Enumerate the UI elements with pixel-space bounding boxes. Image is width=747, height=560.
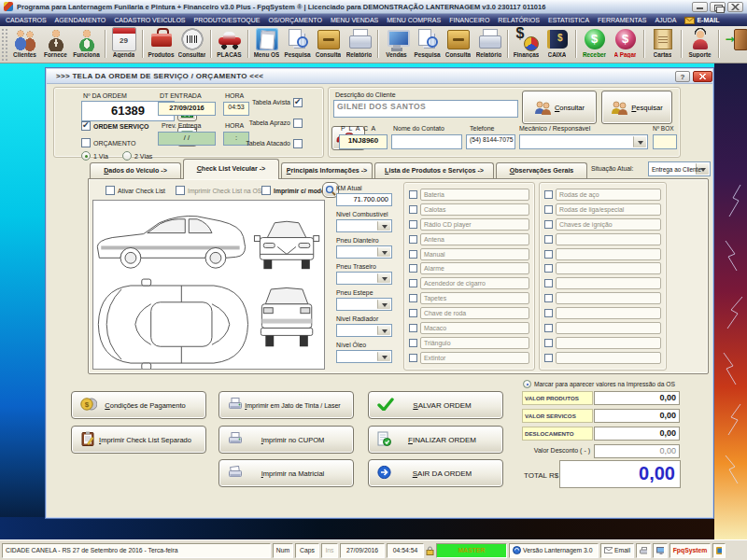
one-copy-radio[interactable]: 1 Via <box>81 151 108 161</box>
toolbar-button[interactable]: Pesquisa <box>412 26 443 62</box>
toolbar-button[interactable]: Relatório <box>344 26 374 62</box>
toolbar-button[interactable]: PLACAS <box>214 26 245 62</box>
toolbar-button[interactable]: Agenda <box>108 26 139 62</box>
checklist-item-field[interactable]: Acendedor de cigarro <box>420 277 529 289</box>
level-select[interactable] <box>336 350 392 363</box>
status-monitor[interactable] <box>653 543 668 558</box>
order-service-checkbox[interactable]: ORDEM SERVIÇO <box>81 121 148 131</box>
car-diagram[interactable] <box>92 200 325 370</box>
level-select[interactable] <box>336 324 392 337</box>
checklist-checkbox[interactable] <box>544 205 553 214</box>
checklist-checkbox[interactable] <box>544 220 553 229</box>
toolbar-button[interactable]: CAIXA <box>542 26 572 62</box>
checklist-checkbox[interactable] <box>409 235 417 244</box>
delivery-date-field[interactable]: / / <box>158 132 216 146</box>
tab[interactable]: Check List Veicular -> <box>183 159 279 179</box>
exit-order-button[interactable]: SAIR DA ORDEM <box>368 459 503 487</box>
level-select[interactable] <box>336 245 392 259</box>
checklist-item-field[interactable] <box>556 292 661 304</box>
checklist-checkbox[interactable] <box>544 250 553 259</box>
tab[interactable]: Lista de Produtos e Serviços -> <box>374 162 494 179</box>
menu-item[interactable]: RELATÓRIOS <box>498 17 540 23</box>
menu-item[interactable]: MENU COMPRAS <box>387 17 441 23</box>
menu-item[interactable]: OS/ORÇAMENTO <box>268 17 321 23</box>
checklist-checkbox[interactable] <box>409 250 417 259</box>
menu-item[interactable]: AGENDAMENTO <box>55 17 106 23</box>
checklist-item-field[interactable]: Rádio CD player <box>420 218 529 231</box>
search-client-button[interactable]: Pesquisar <box>601 91 672 124</box>
checklist-checkbox[interactable] <box>409 264 417 273</box>
menu-item[interactable]: FERRAMENTAS <box>598 17 646 23</box>
client-desc-field[interactable]: GILNEI DOS SANTOS <box>333 100 518 118</box>
table-wholesale-checkbox[interactable] <box>293 139 303 148</box>
checklist-checkbox[interactable] <box>409 324 417 332</box>
checklist-item-field[interactable]: Antena <box>420 233 529 245</box>
checklist-checkbox[interactable] <box>544 324 553 332</box>
level-select[interactable] <box>336 298 392 311</box>
checklist-item-field[interactable]: Rodas de aço <box>556 189 661 201</box>
toolbar-button[interactable]: Fornece <box>40 26 71 62</box>
level-select[interactable] <box>336 272 392 285</box>
plate-field[interactable]: 1NJ8960 <box>339 134 388 149</box>
two-copies-radio[interactable]: 2 Vias <box>122 151 152 161</box>
checklist-checkbox[interactable] <box>409 309 417 317</box>
status-printer[interactable] <box>636 543 651 558</box>
value-field[interactable]: 0,00 <box>594 427 680 441</box>
print-matrix-button[interactable]: Imprimir na Matricial <box>218 459 354 487</box>
toolbar-button[interactable]: Finanças <box>511 26 542 62</box>
checklist-checkbox[interactable] <box>409 354 417 362</box>
menu-item[interactable]: CADASTROS <box>6 17 47 23</box>
checklist-item-field[interactable] <box>556 248 661 260</box>
toolbar-button[interactable]: Suporte <box>684 26 715 62</box>
show-values-radio[interactable]: Marcar para aparecer valores na Impressã… <box>523 380 675 388</box>
tab[interactable]: Observações Gerais <box>496 162 587 179</box>
toolbar-button[interactable] <box>722 26 747 62</box>
menu-item[interactable]: AJUDA <box>655 17 676 23</box>
checklist-item-field[interactable]: Macaco <box>420 322 529 334</box>
toolbar-button[interactable]: Consultar <box>176 26 207 62</box>
checklist-checkbox[interactable] <box>409 205 417 214</box>
toolbar-button[interactable]: Produtos <box>146 26 176 62</box>
print-inkjet-button[interactable]: Imprimir em Jato de Tinta / Laser <box>218 391 354 419</box>
print-checklist-os-checkbox[interactable]: Imprimir Check List na OS <box>176 186 261 195</box>
toolbar-button[interactable]: Pesquisa <box>282 26 313 62</box>
discount-field[interactable]: 0,00 <box>594 444 680 458</box>
toolbar-button[interactable]: Vendas <box>381 26 412 62</box>
budget-checkbox[interactable]: ORÇAMENTO <box>81 138 135 147</box>
form-close-button[interactable] <box>693 71 712 82</box>
help-button[interactable]: ? <box>675 71 690 82</box>
payment-conditions-button[interactable]: $ Condições de Pagamento <box>71 391 206 419</box>
phone-field[interactable]: (54) 8144-7075 <box>466 134 515 149</box>
checklist-checkbox[interactable] <box>409 339 417 347</box>
checklist-item-field[interactable]: Chaves de ignição <box>556 218 661 231</box>
checklist-checkbox[interactable] <box>544 279 553 287</box>
checklist-item-field[interactable]: Chave de roda <box>420 307 529 319</box>
checklist-item-field[interactable]: Triângulo <box>420 337 529 349</box>
menu-item[interactable]: PRODUTO/ESTOQUE <box>194 17 261 23</box>
activate-checklist-checkbox[interactable]: Ativar Check List <box>106 186 165 195</box>
checklist-item-field[interactable]: Alarme <box>420 262 529 274</box>
menu-item[interactable]: CADASTRO VEICULOS <box>114 17 185 23</box>
entry-date-field[interactable]: 27/09/2016 <box>158 102 216 116</box>
checklist-checkbox[interactable] <box>409 279 417 287</box>
toolbar-button[interactable]: Consulta <box>313 26 344 62</box>
menu-item[interactable]: MENU VENDAS <box>331 17 378 23</box>
checklist-item-field[interactable]: Manual <box>420 248 529 260</box>
checklist-item-field[interactable] <box>556 307 661 319</box>
tab[interactable]: Dados do Veiculo -> <box>90 162 181 179</box>
box-number-field[interactable] <box>653 134 677 149</box>
menu-item[interactable]: ESTATISTICA <box>548 17 589 23</box>
checklist-checkbox[interactable] <box>544 294 553 302</box>
menu-item-email[interactable]: E-MAIL <box>684 17 719 24</box>
checklist-checkbox[interactable] <box>544 235 553 244</box>
toolbar-button[interactable]: Funciona <box>71 26 102 62</box>
table-term-checkbox[interactable] <box>293 119 303 128</box>
checklist-checkbox[interactable] <box>544 339 553 347</box>
checklist-checkbox[interactable] <box>544 309 553 317</box>
menu-item[interactable]: FINANCEIRO <box>449 17 489 23</box>
toolbar-button[interactable]: Menu OS <box>251 26 282 62</box>
checklist-item-field[interactable] <box>556 277 661 289</box>
minimize-button[interactable] <box>692 2 708 12</box>
restore-button[interactable] <box>710 2 726 12</box>
toolbar-button[interactable]: Cartas <box>647 26 678 62</box>
